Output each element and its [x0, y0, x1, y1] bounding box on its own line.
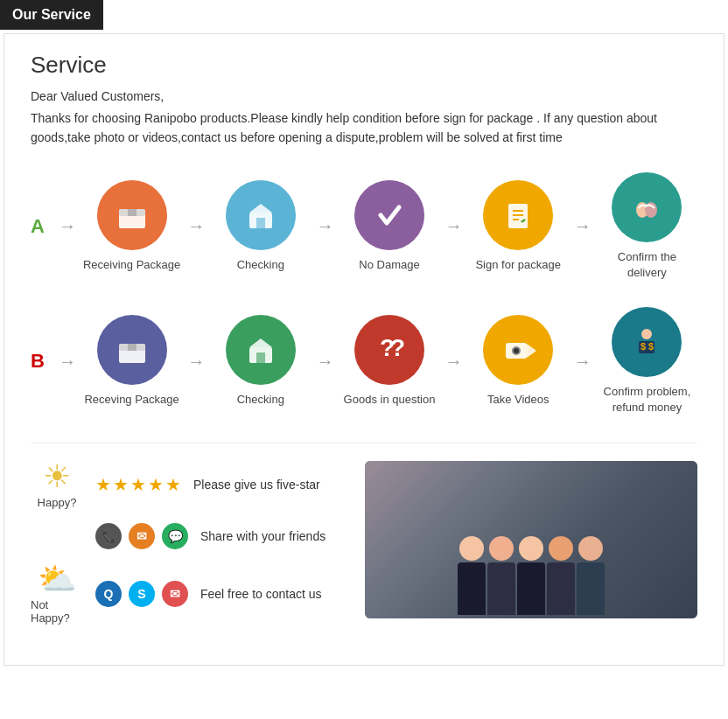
caption-a-3: No Damage: [359, 257, 419, 273]
contact-text: Feel free to contact us: [200, 587, 322, 601]
body-4: [547, 562, 575, 615]
flow-a-label: A: [31, 215, 48, 238]
not-happy-row: ⛅ Not Happy? Q S ✉ Feel free to contact …: [31, 563, 347, 625]
caption-b-2: Checking: [237, 392, 284, 408]
share-text: Share with your friends: [200, 529, 326, 543]
flow-b-section: B → Receving Package →: [31, 307, 697, 415]
qq-icon[interactable]: Q: [95, 581, 122, 607]
happy-label: Happy?: [38, 496, 77, 509]
svg-rect-14: [128, 344, 136, 351]
flow-a-item-4: Sign for package: [468, 180, 569, 273]
arrow-b-1: →: [187, 352, 205, 372]
skype-icon[interactable]: S: [129, 581, 155, 607]
arrow-b-2: →: [316, 352, 333, 372]
chat-icon[interactable]: 💬: [162, 523, 188, 549]
circle-b-4: [483, 315, 553, 385]
svg-rect-17: [256, 353, 265, 363]
body-3: [517, 562, 545, 615]
flow-a-item-5: Confirm the delivery: [597, 172, 697, 281]
arrow-b-start: →: [59, 352, 76, 372]
caption-a-5: Confirm the delivery: [597, 249, 697, 281]
flow-a-section: A → Receiving Package →: [31, 172, 697, 281]
svg-text:$: $: [640, 341, 646, 352]
flow-a-row: A → Receiving Package →: [31, 172, 697, 281]
arrow-b-4: →: [574, 352, 592, 372]
caption-a-4: Sign for package: [475, 257, 561, 273]
caption-b-5: Confirm problem, refund money: [597, 384, 697, 415]
cloud-icon: ⛅: [38, 563, 77, 595]
flow-b-item-3: ? ? Goods in question: [339, 315, 439, 408]
arrow-a-3: →: [445, 216, 463, 236]
caption-a-1: Receiving Package: [83, 257, 180, 273]
caption-a-2: Checking: [237, 257, 284, 273]
flow-a-item-3: No Damage: [339, 180, 439, 273]
header-title: Our Service: [12, 7, 91, 22]
email-icon[interactable]: ✉: [162, 581, 188, 607]
social-icons-share: 📞 ✉ 💬: [95, 523, 188, 549]
photo-placeholder: [365, 461, 697, 618]
body-5: [577, 562, 605, 615]
circle-a-2: [226, 180, 296, 250]
flow-b-row: B → Receving Package →: [31, 307, 697, 415]
star-4: ★: [148, 474, 164, 495]
circle-a-3: [354, 180, 424, 250]
arrow-a-4: →: [574, 216, 592, 236]
arrow-a-1: →: [187, 216, 205, 236]
flow-b-item-4: Take Videos: [468, 315, 569, 408]
circle-b-1: [97, 315, 167, 385]
staff-photo: [365, 461, 697, 618]
flow-a-item-1: Receiving Package: [81, 180, 182, 273]
service-title: Service: [31, 52, 697, 79]
head-1: [459, 536, 484, 561]
circle-b-3: ? ?: [354, 315, 424, 385]
mail-icon[interactable]: ✉: [129, 523, 155, 549]
svg-marker-4: [249, 204, 272, 213]
arrow-a-start: →: [59, 216, 76, 236]
caption-b-1: Receving Package: [84, 392, 178, 408]
share-row: 📞 ✉ 💬 Share with your friends: [31, 523, 347, 549]
svg-text:$: $: [648, 341, 654, 352]
stars-group: ★ ★ ★ ★ ★: [95, 474, 181, 495]
svg-point-24: [641, 329, 652, 339]
caption-b-3: Goods in question: [344, 392, 436, 408]
svg-rect-5: [256, 218, 265, 228]
person-3: [517, 536, 545, 615]
intro-text: Thanks for choosing Ranipobo products.Pl…: [31, 108, 697, 148]
flow-a-item-2: Checking: [210, 180, 311, 273]
circle-a-1: [97, 180, 167, 250]
star-5: ★: [165, 474, 181, 495]
svg-marker-23: [527, 344, 536, 358]
caption-b-4: Take Videos: [487, 392, 550, 408]
dear-text: Dear Valued Customers,: [31, 89, 697, 103]
person-5: [577, 536, 605, 615]
people-row: [365, 536, 697, 618]
svg-marker-16: [249, 339, 272, 347]
circle-a-5: [612, 172, 682, 242]
star-1: ★: [95, 474, 111, 495]
svg-rect-2: [128, 209, 136, 216]
arrow-a-2: →: [316, 216, 333, 236]
flow-b-item-5: $ $ Confirm problem, refund money: [597, 307, 697, 415]
happy-icon-group: ☀ Happy?: [31, 461, 83, 509]
head-5: [578, 536, 603, 561]
head-2: [489, 536, 514, 561]
person-2: [487, 536, 515, 615]
star-3: ★: [130, 474, 146, 495]
main-content: Service Dear Valued Customers, Thanks fo…: [4, 33, 724, 666]
not-happy-label: Not Happy?: [31, 598, 83, 625]
not-happy-icon-group: ⛅ Not Happy?: [31, 563, 83, 625]
phone-icon[interactable]: 📞: [95, 523, 122, 549]
bottom-section: ☀ Happy? ★ ★ ★ ★ ★ Please give us five-s…: [31, 443, 697, 639]
social-icons-contact: Q S ✉: [95, 581, 188, 607]
body-1: [458, 562, 486, 615]
flow-b-label: B: [31, 350, 48, 373]
arrow-b-3: →: [445, 352, 463, 372]
svg-point-11: [645, 202, 657, 218]
sun-icon: ☀: [43, 461, 71, 492]
head-3: [519, 536, 543, 561]
person-4: [547, 536, 575, 615]
circle-b-5: $ $: [612, 307, 682, 377]
body-2: [487, 562, 515, 615]
head-4: [549, 536, 573, 561]
five-star-text: Please give us five-star: [193, 478, 320, 492]
